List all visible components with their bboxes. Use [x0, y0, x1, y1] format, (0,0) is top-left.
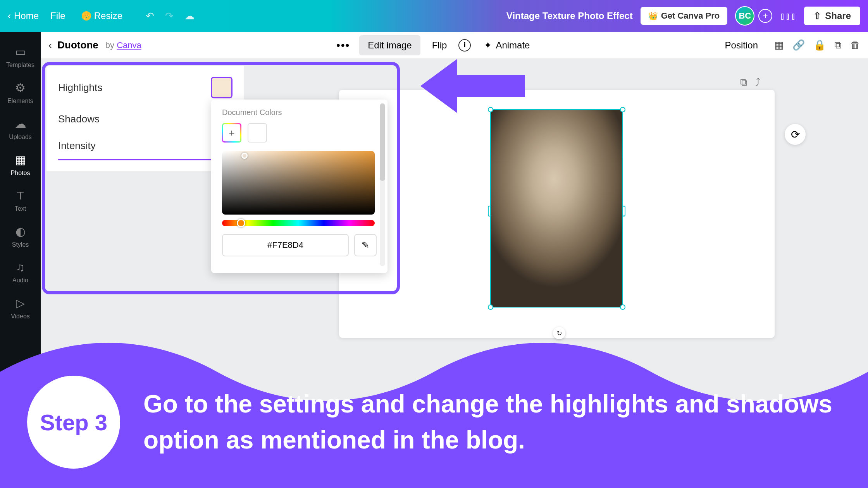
- tutorial-overlay: Step 3 Go to the settings and change the…: [0, 325, 868, 488]
- text-icon: T: [17, 189, 24, 202]
- more-options-button[interactable]: •••: [336, 39, 350, 52]
- step-instruction: Go to the settings and change the highli…: [143, 386, 833, 458]
- home-button[interactable]: ‹ Home: [8, 10, 39, 21]
- topbar-left-group: ‹ Home File 👑 Resize ↶ ↷ ☁: [8, 7, 195, 24]
- resize-button[interactable]: 👑 Resize: [77, 7, 127, 24]
- selected-photo[interactable]: [490, 109, 623, 308]
- by-link[interactable]: Canva: [117, 40, 141, 50]
- back-button[interactable]: ‹: [48, 39, 52, 52]
- animate-label: Animate: [496, 40, 530, 51]
- videos-icon: ▷: [16, 296, 25, 310]
- rail-audio[interactable]: ♫ Audio: [0, 254, 41, 290]
- tutorial-content: Step 3 Go to the settings and change the…: [27, 376, 833, 469]
- color-swatches-row: +: [222, 123, 377, 143]
- highlights-row: Highlights: [58, 77, 232, 98]
- intensity-slider[interactable]: [58, 159, 232, 160]
- picker-handle[interactable]: [241, 153, 248, 159]
- animate-button[interactable]: ✦ Animate: [484, 40, 530, 51]
- rail-styles[interactable]: ◐ Styles: [0, 218, 41, 254]
- undo-icon[interactable]: ↶: [146, 10, 154, 22]
- share-button[interactable]: ⇧ Share: [804, 7, 860, 25]
- hex-input-row: ✎: [222, 234, 377, 256]
- highlights-color-swatch[interactable]: [211, 77, 232, 98]
- eyedropper-button[interactable]: ✎: [354, 234, 377, 256]
- effect-title: Duotone: [57, 39, 98, 51]
- redo-icon[interactable]: ↷: [165, 10, 174, 22]
- add-user-button[interactable]: +: [758, 9, 772, 23]
- user-avatar[interactable]: BC: [735, 6, 754, 26]
- crown-icon: 👑: [82, 11, 91, 21]
- link-icon[interactable]: 🔗: [792, 39, 805, 51]
- rail-photos[interactable]: ▦ Photos: [0, 147, 41, 183]
- canvas-actions: ⧉ ⤴: [740, 76, 760, 88]
- share-icon: ⇧: [813, 10, 821, 21]
- resize-handle-bl[interactable]: [488, 304, 493, 310]
- canvas-page[interactable]: [339, 90, 775, 338]
- resize-handle-r[interactable]: [622, 206, 625, 217]
- flip-button[interactable]: Flip: [426, 35, 453, 55]
- cloud-sync-icon[interactable]: ☁: [184, 10, 195, 22]
- add-color-button[interactable]: +: [222, 123, 241, 143]
- document-colors-label: Document Colors: [222, 108, 377, 117]
- trash-icon[interactable]: 🗑: [850, 39, 860, 51]
- resize-handle-l[interactable]: [488, 206, 491, 217]
- hue-handle[interactable]: [237, 219, 245, 227]
- get-pro-button[interactable]: 👑 Get Canva Pro: [641, 7, 728, 25]
- duplicate-icon[interactable]: ⧉: [834, 39, 842, 51]
- color-picker-popover: Document Colors + ✎: [211, 100, 388, 273]
- hex-input[interactable]: [222, 234, 349, 256]
- by-text: by Canva: [105, 40, 141, 50]
- home-label: Home: [14, 10, 39, 21]
- crown-icon: 👑: [648, 11, 658, 21]
- rail-elements[interactable]: ⚙ Elements: [0, 75, 41, 111]
- share-label: Share: [825, 10, 851, 21]
- tutorial-arrow-icon: [420, 59, 525, 115]
- saturation-picker[interactable]: [222, 151, 375, 215]
- topbar-right-group: Vintage Texture Photo Effect 👑 Get Canva…: [506, 6, 860, 26]
- highlights-label: Highlights: [58, 82, 102, 94]
- file-menu[interactable]: File: [46, 7, 70, 24]
- undo-redo-group: ↶ ↷ ☁: [146, 10, 195, 22]
- hue-slider[interactable]: [222, 220, 375, 226]
- regenerate-button[interactable]: ⟳: [785, 124, 806, 145]
- audio-icon: ♫: [16, 261, 25, 274]
- templates-icon: ▭: [15, 45, 26, 58]
- toolbar-right-icons: ▦ 🔗 🔒 ⧉ 🗑: [774, 39, 860, 51]
- chevron-left-icon: ‹: [8, 10, 11, 21]
- uploads-icon: ☁: [15, 117, 26, 131]
- lock-icon[interactable]: 🔒: [813, 39, 826, 51]
- info-icon[interactable]: i: [458, 39, 471, 52]
- elements-icon: ⚙: [15, 81, 26, 95]
- shadows-row: Shadows: [58, 113, 232, 125]
- export-page-icon[interactable]: ⤴: [755, 76, 760, 88]
- photos-icon: ▦: [15, 153, 26, 167]
- rail-text[interactable]: T Text: [0, 183, 41, 218]
- photo-content: [491, 110, 622, 307]
- pro-label: Get Canva Pro: [661, 11, 720, 21]
- white-color-swatch[interactable]: [248, 123, 267, 143]
- intensity-row: Intensity: [58, 140, 232, 160]
- scroll-thumb[interactable]: [380, 103, 385, 181]
- duplicate-page-icon[interactable]: ⧉: [740, 76, 747, 88]
- rail-videos[interactable]: ▷ Videos: [0, 290, 41, 326]
- animate-icon: ✦: [484, 40, 492, 51]
- shadows-label: Shadows: [58, 113, 100, 125]
- edit-image-button[interactable]: Edit image: [359, 35, 420, 55]
- document-title[interactable]: Vintage Texture Photo Effect: [506, 10, 633, 21]
- top-menu-bar: ‹ Home File 👑 Resize ↶ ↷ ☁ Vintage Textu…: [0, 0, 868, 32]
- position-button[interactable]: Position: [725, 40, 758, 51]
- styles-icon: ◐: [16, 225, 26, 238]
- resize-label: Resize: [94, 10, 122, 21]
- resize-handle-tr[interactable]: [620, 107, 625, 112]
- context-toolbar: ‹ Duotone by Canva ••• Edit image Flip i…: [41, 32, 868, 59]
- scrollbar[interactable]: [380, 103, 385, 266]
- resize-handle-br[interactable]: [620, 304, 625, 310]
- rail-templates[interactable]: ▭ Templates: [0, 39, 41, 75]
- rail-uploads[interactable]: ☁ Uploads: [0, 111, 41, 147]
- intensity-label: Intensity: [58, 140, 96, 151]
- step-badge: Step 3: [27, 376, 120, 469]
- insights-icon[interactable]: ⫾⫾⫾: [780, 10, 796, 22]
- transparency-icon[interactable]: ▦: [774, 39, 784, 51]
